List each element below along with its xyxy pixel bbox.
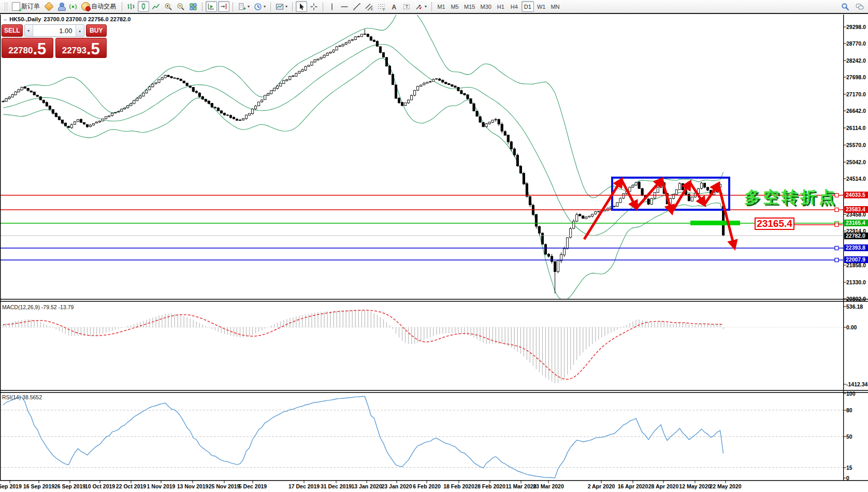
svg-text:T: T (406, 4, 409, 9)
symbol-period-label: HK50-,Daily (9, 16, 41, 22)
new-chart-button[interactable]: +▾ (236, 1, 251, 12)
tile-windows-button[interactable] (187, 1, 199, 12)
signals-button[interactable] (67, 1, 79, 12)
date-tick-label: 6 Feb 2020 (413, 483, 441, 489)
one-click-trading-panel: SELL ▼ ▲ BUY 22780 .5 22793 .5 (2, 24, 107, 58)
fibonacci-button[interactable]: F (376, 1, 387, 12)
buy-button[interactable]: BUY (86, 24, 107, 37)
svg-text:F: F (383, 7, 385, 11)
date-tick-label: 22 May 2020 (710, 483, 741, 489)
svg-text:A: A (392, 3, 397, 10)
timeframe-h4[interactable]: H4 (508, 1, 520, 12)
search-button[interactable] (840, 1, 851, 12)
timeframe-m5[interactable]: M5 (449, 1, 461, 12)
chart-icon: – (4, 16, 7, 22)
new-order-button[interactable]: + 新订单 (10, 1, 42, 12)
date-tick-label: 18 Feb 2020 (443, 483, 474, 489)
timeframe-m15[interactable]: M15 (462, 1, 477, 12)
date-tick-label: 22 Oct 2019 (116, 483, 146, 489)
line-chart-button[interactable] (150, 1, 162, 12)
chart-ohlc-header: – HK50-,Daily 23700.0 23700.0 22756.0 22… (4, 16, 131, 22)
svg-text:E: E (371, 7, 373, 11)
chat-button[interactable] (854, 1, 865, 12)
auto-scroll-button[interactable] (206, 1, 217, 12)
cursor-icon (297, 3, 306, 11)
date-tick-label: 23 Jan 2020 (382, 483, 412, 489)
search-icon (841, 3, 849, 11)
ohlc-values: 23700.0 23700.0 22756.0 22782.0 (44, 16, 131, 22)
crosshair-button[interactable] (308, 1, 320, 12)
chart-shift-icon (220, 3, 228, 11)
candlestick-button[interactable] (138, 1, 149, 12)
person-icon (57, 3, 65, 10)
zoom-out-button[interactable] (175, 1, 186, 12)
trendline-button[interactable] (351, 1, 363, 12)
sell-price-display[interactable]: 22780 .5 (2, 38, 53, 58)
arrows-button[interactable]: ▾ (413, 1, 428, 12)
volume-up-button[interactable]: ▲ (76, 25, 84, 36)
timeframe-m30[interactable]: M30 (478, 1, 493, 12)
buy-price-display[interactable]: 22793 .5 (55, 38, 107, 58)
macd-tick-label: 536.18 (846, 303, 863, 310)
arrows-icon (415, 3, 423, 11)
bar-chart-button[interactable] (125, 1, 137, 12)
chart-tools-group: +▾▾▾EFAT▾ (125, 1, 434, 12)
toolbar-grip (5, 3, 7, 11)
rsi-tick-label: 0 (846, 475, 849, 481)
tips-button[interactable] (44, 1, 54, 12)
buy-price-int: 22793 (62, 45, 86, 57)
toolbar-separator (323, 2, 323, 11)
chart-shift-button[interactable] (218, 1, 229, 12)
volume-down-button[interactable]: ▼ (25, 25, 33, 36)
zoom-in-button[interactable] (163, 1, 174, 12)
timeframe-group: M1M5M15M30H1H4D1W1MN (435, 1, 561, 12)
timeframe-w1[interactable]: W1 (535, 1, 548, 12)
trendline-icon (353, 3, 361, 11)
sell-button[interactable]: SELL (2, 24, 23, 37)
date-tick-label: 26 Sep 2019 (54, 483, 85, 489)
price-badge: 23165.4 (844, 220, 868, 226)
timeframe-mn[interactable]: MN (548, 1, 561, 12)
date-tick-label: 28 Apr 2020 (648, 483, 679, 489)
crosshair-icon (310, 3, 318, 11)
price-level-label[interactable]: 23165.4 (755, 218, 794, 230)
horizontal-line-button[interactable] (339, 1, 350, 12)
periods-button[interactable]: ▾ (252, 1, 267, 12)
toolbar-separator (270, 2, 271, 11)
rsi-tick-label: 100 (846, 390, 856, 397)
timeframe-h1[interactable]: H1 (495, 1, 507, 12)
date-tick-label: 2 Apr 2020 (588, 483, 615, 489)
timeframe-m1[interactable]: M1 (435, 1, 447, 12)
timeframe-d1[interactable]: D1 (522, 1, 534, 12)
turning-point-annotation[interactable]: 多空转折点 (744, 186, 837, 208)
horizontal-line-icon (340, 3, 349, 11)
date-tick-label: 13 Nov 2019 (177, 483, 209, 489)
date-tick-label: 16 Sep 2019 (23, 483, 54, 489)
volume-input[interactable] (33, 25, 76, 36)
label-button[interactable]: T (401, 1, 412, 12)
chat-icon (856, 3, 864, 11)
chevron-down-icon: ▾ (425, 4, 427, 9)
main-toolbar: + 新订单 自动交易 +▾▾▾EFAT▾ M1M5M15M30H1H4D1W1M… (0, 0, 868, 14)
fibonacci-icon: F (378, 3, 386, 11)
price-tick-label: 21330.0 (846, 279, 866, 285)
chevron-down-icon: ▾ (285, 4, 287, 9)
channel-button[interactable]: E (364, 1, 375, 12)
date-tick-label: 25 Nov 2019 (209, 483, 240, 489)
cursor-button[interactable] (296, 1, 307, 12)
chart-canvas[interactable] (0, 0, 868, 492)
auto-trading-button[interactable]: 自动交易 (80, 1, 119, 12)
rsi-indicator-label: RSI(14) 38.5652 (2, 394, 42, 400)
periods-icon (254, 3, 262, 11)
price-tick-label: 25570.0 (846, 142, 866, 148)
buy-price-dec: .5 (86, 41, 100, 57)
date-tick-label: 16 Apr 2020 (618, 483, 648, 489)
vertical-line-button[interactable] (326, 1, 338, 12)
date-tick-label: 1 Nov 2019 (147, 483, 176, 489)
text-button[interactable]: A (388, 1, 400, 12)
price-tick-label: 24514.0 (846, 176, 866, 182)
community-button[interactable] (55, 1, 66, 12)
template-button[interactable]: ▾ (274, 1, 289, 12)
macd-indicator-label: MACD(12,26,9) -79.52 -13.79 (2, 304, 74, 310)
toolbar-separator (233, 2, 233, 11)
